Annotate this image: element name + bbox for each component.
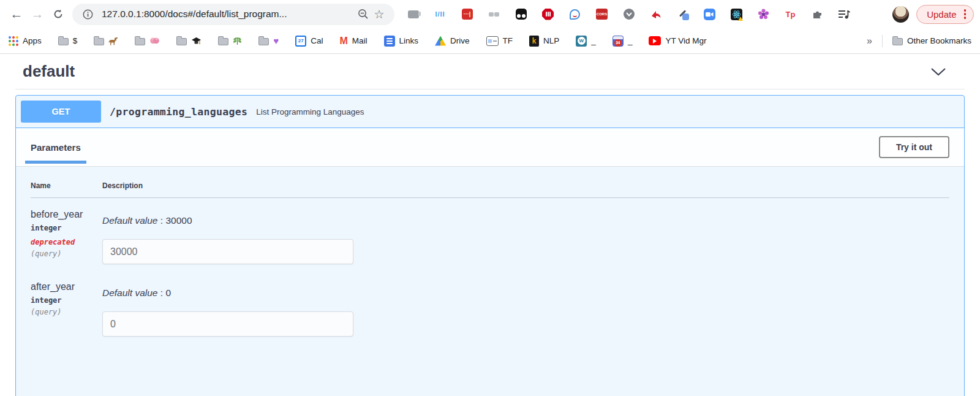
- parameters-tab-header: Parameters Try it out: [16, 128, 964, 167]
- bookmark-folder-horse[interactable]: [94, 36, 118, 45]
- table-row: after_year integer (query) Default value…: [31, 264, 949, 337]
- links-doc-icon: [384, 36, 395, 47]
- folder-icon: [892, 38, 903, 45]
- after-year-input[interactable]: [102, 311, 353, 337]
- bookmark-folder-purple-heart[interactable]: ♥: [258, 36, 279, 45]
- lastpass-icon[interactable]: ···|: [461, 8, 473, 21]
- folder-icon: [58, 38, 69, 45]
- kebab-menu-icon[interactable]: [963, 8, 968, 20]
- description-column-header: Description: [102, 181, 143, 190]
- gmail-icon: M: [339, 36, 347, 47]
- folder-icon: [258, 38, 269, 45]
- horse-icon: [108, 37, 118, 45]
- binoculars-icon[interactable]: [488, 8, 500, 21]
- param-name: before_year: [31, 209, 102, 220]
- wayback-machine-icon[interactable]: I/II: [434, 8, 447, 21]
- video-camera-icon[interactable]: [703, 8, 716, 21]
- brain-icon: [149, 37, 160, 45]
- zoom-out-icon[interactable]: [355, 6, 371, 22]
- youtube-icon: [649, 36, 661, 45]
- pocket-icon[interactable]: [622, 8, 635, 21]
- page-title: default: [23, 62, 75, 81]
- stop-hand-icon[interactable]: [541, 8, 554, 21]
- name-column-header: Name: [31, 181, 102, 190]
- bookmark-cal[interactable]: 27 Cal: [295, 36, 323, 47]
- tf-card-icon: [486, 36, 499, 46]
- music-playlist-icon[interactable]: [838, 8, 851, 21]
- bookmark-folder-herb[interactable]: [218, 36, 242, 45]
- tp-icon[interactable]: Tp: [784, 8, 797, 21]
- red-share-icon[interactable]: [649, 8, 662, 21]
- endpoint-path: /programming_languages: [110, 106, 247, 118]
- bookmark-tf[interactable]: TF: [486, 36, 513, 46]
- purple-heart-icon: ♥: [273, 36, 279, 45]
- profile-avatar[interactable]: [892, 6, 909, 23]
- bookmark-folder-grad-cap[interactable]: [176, 36, 202, 45]
- parameters-table-header: Name Description: [31, 181, 949, 198]
- chat-icon[interactable]: [407, 8, 420, 21]
- param-type: integer: [31, 224, 102, 232]
- bookmark-wordpress[interactable]: W _: [576, 36, 596, 47]
- bookmark-yt-vid-mgr[interactable]: YT Vid Mgr: [649, 36, 706, 45]
- url-text: 127.0.0.1:8000/docs#/default/list_progra…: [102, 9, 355, 20]
- default-value-line: Default value : 0: [102, 287, 949, 299]
- before-year-input[interactable]: [102, 239, 353, 264]
- opblock-summary[interactable]: GET /programming_languages List Programm…: [16, 96, 964, 128]
- endpoint-summary: List Programming Languages: [256, 107, 364, 116]
- divider: [882, 35, 883, 47]
- google-drive-icon: [435, 36, 446, 46]
- bookmark-folder-dollar[interactable]: $: [58, 36, 78, 45]
- section-default-header[interactable]: default: [15, 54, 965, 89]
- bookmark-mail[interactable]: M Mail: [339, 36, 367, 47]
- dark-dots-icon[interactable]: [514, 8, 527, 21]
- apps-grid-icon: [9, 36, 18, 46]
- folder-icon: [94, 38, 104, 45]
- default-value-line: Default value : 30000: [102, 215, 949, 226]
- flower-icon[interactable]: [757, 8, 770, 21]
- url-bar[interactable]: 127.0.0.1:8000/docs#/default/list_progra…: [72, 4, 394, 25]
- chat-smile-icon[interactable]: [568, 8, 581, 21]
- bookmarks-bar: Apps $: [0, 28, 980, 54]
- extensions-puzzle-icon[interactable]: [811, 8, 824, 21]
- calendar-34-icon: 34: [612, 36, 624, 47]
- table-row: before_year integer deprecated (query) D…: [31, 198, 949, 264]
- extensions-row: I/II ···| CORS: [407, 8, 883, 21]
- bookmarks-overflow-chevron[interactable]: »: [867, 36, 872, 47]
- bookmark-folder-brain[interactable]: [135, 36, 160, 45]
- k-dark-icon: k: [529, 36, 539, 47]
- update-button[interactable]: Update: [916, 5, 974, 24]
- bookmark-links[interactable]: Links: [384, 36, 419, 47]
- try-it-out-button[interactable]: Try it out: [879, 136, 949, 158]
- folder-icon: [135, 38, 145, 45]
- folder-icon: [176, 38, 187, 45]
- method-get-badge: GET: [21, 101, 101, 123]
- opblock-get-programming-languages: GET /programming_languages List Programm…: [15, 95, 965, 396]
- wordpress-icon: W: [576, 36, 587, 47]
- reload-button[interactable]: [48, 4, 69, 25]
- param-name: after_year: [31, 281, 102, 292]
- update-label: Update: [927, 9, 956, 20]
- tab-parameters[interactable]: Parameters: [31, 128, 81, 166]
- forward-button[interactable]: →: [27, 4, 48, 25]
- browser-toolbar: ← → 127.0.0.1:8000/docs#/default/list_pr…: [0, 0, 980, 28]
- param-location: (query): [31, 308, 102, 316]
- react-devtools-icon[interactable]: [730, 8, 743, 21]
- other-bookmarks[interactable]: Other Bookmarks: [892, 36, 971, 45]
- param-location: (query): [31, 249, 102, 258]
- parameters-section: Name Description before_year integer dep…: [16, 167, 964, 337]
- param-type: integer: [31, 296, 102, 305]
- folder-icon: [218, 38, 228, 45]
- chevron-down-icon[interactable]: [930, 67, 946, 76]
- back-button[interactable]: ←: [6, 4, 27, 25]
- bookmark-nlp[interactable]: k NLP: [529, 36, 559, 47]
- color-picker-icon[interactable]: [676, 8, 689, 21]
- bookmark-34[interactable]: 34 _: [612, 36, 633, 47]
- google-calendar-icon: 27: [295, 36, 306, 47]
- bookmark-star-icon[interactable]: ☆: [371, 6, 387, 22]
- bookmark-drive[interactable]: Drive: [435, 36, 470, 46]
- cors-icon[interactable]: CORS: [595, 8, 608, 21]
- info-icon[interactable]: [80, 6, 96, 22]
- param-deprecated-flag: deprecated: [31, 238, 102, 246]
- graduation-cap-icon: [191, 37, 202, 45]
- bookmark-apps[interactable]: Apps: [9, 36, 42, 46]
